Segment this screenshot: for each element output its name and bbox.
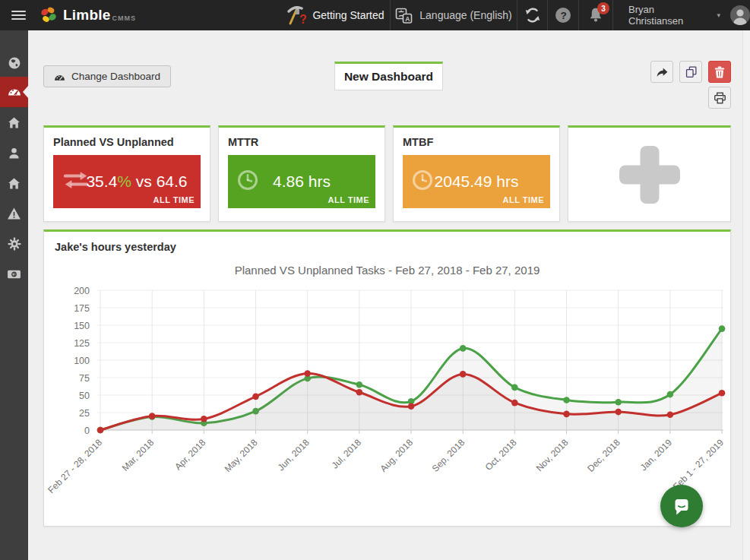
main-content: Change Dashboard New Dashboard [28, 30, 750, 560]
data-point[interactable] [201, 416, 207, 422]
kpi-card-planned-vs-unplanned: Planned VS Unplanned 35.4% vs 64.6 ALL T… [43, 125, 210, 222]
data-point[interactable] [667, 411, 674, 418]
kpi-box-planned[interactable]: 35.4% vs 64.6 ALL TIME [53, 155, 201, 208]
vertical-scrollbar[interactable] [742, 30, 750, 560]
hamburger-icon [11, 8, 26, 22]
svg-text:A: A [405, 14, 410, 22]
data-point[interactable] [719, 390, 726, 397]
data-point[interactable] [252, 394, 259, 400]
kpi-badge: ALL TIME [153, 195, 195, 204]
chevron-down-icon: ▾ [717, 11, 721, 19]
building-home-icon [8, 177, 21, 190]
data-point[interactable] [97, 427, 104, 434]
dashboard-gauge-icon [7, 84, 22, 100]
chart-widget-card: Jake's hours yesterday Planned VS Unplan… [43, 229, 731, 527]
y-axis-tick-label: 125 [74, 338, 90, 349]
y-axis-tick-label: 50 [79, 391, 90, 401]
home-icon [8, 116, 21, 129]
chart-title: Planned VS Unplanned Tasks - Feb 27, 201… [44, 264, 730, 277]
data-point[interactable] [149, 413, 156, 419]
data-point[interactable] [719, 325, 726, 332]
y-axis-tick-label: 200 [74, 286, 90, 296]
svg-text:?: ? [561, 10, 567, 21]
language-icon: A [395, 7, 413, 24]
data-point[interactable] [408, 403, 415, 410]
data-point[interactable] [667, 391, 674, 398]
data-point[interactable] [304, 370, 311, 377]
x-axis-tick-label: Aug, 2018 [378, 437, 416, 474]
kpi-box-mtbf[interactable]: 2045.49 hrs ALL TIME [403, 155, 550, 208]
sidebar-item-problems[interactable] [0, 198, 28, 229]
kpi-title: MTBF [403, 136, 550, 148]
x-axis-tick-label: Feb 1 - 27, 2019 [671, 437, 726, 492]
dashboard-title-tab[interactable]: New Dashboard [334, 62, 443, 90]
language-label: Language (English) [419, 9, 511, 21]
x-axis-tick-label: Jul, 2018 [330, 437, 364, 471]
user-name: Bryan Christiansen [628, 4, 712, 27]
brand-logo[interactable]: Limble CMMS [40, 0, 136, 30]
language-button[interactable]: A Language (English) [390, 0, 517, 30]
limble-logo-icon [40, 6, 58, 24]
data-point[interactable] [356, 381, 363, 388]
data-point[interactable] [563, 397, 570, 403]
sidebar-item-user[interactable] [0, 138, 28, 168]
data-point[interactable] [511, 400, 518, 407]
x-axis-tick-label: Jun, 2018 [276, 437, 312, 473]
add-widget-card[interactable] [568, 125, 731, 222]
data-point[interactable] [615, 399, 622, 406]
line-chart-canvas[interactable]: 0255075100125150175200Feb 27 - 28, 2018M… [44, 283, 732, 527]
chart-widget-header: Jake's hours yesterday [55, 241, 176, 253]
share-dashboard-button[interactable] [650, 61, 673, 83]
notification-badge: 3 [597, 2, 609, 14]
x-axis-tick-label: Nov, 2018 [534, 437, 571, 473]
y-axis-tick-label: 100 [74, 356, 90, 366]
x-axis-tick-label: Jan, 2019 [638, 437, 674, 473]
menu-button[interactable] [5, 0, 32, 30]
data-point[interactable] [615, 409, 622, 416]
help-button[interactable]: ? [548, 0, 579, 30]
brand-name: Limble [63, 7, 110, 24]
refresh-button[interactable] [517, 0, 548, 30]
y-axis-tick-label: 175 [74, 303, 90, 314]
getting-started-button[interactable]: ? Getting Started [281, 0, 390, 30]
warning-icon [7, 207, 21, 220]
print-icon [714, 92, 726, 104]
duplicate-dashboard-button[interactable] [679, 61, 702, 83]
user-icon [8, 147, 21, 160]
data-point[interactable] [460, 345, 467, 352]
sidebar-item-dashboards[interactable] [0, 77, 28, 107]
kpi-box-mttr[interactable]: 4.86 hrs ALL TIME [228, 155, 375, 208]
print-dashboard-button[interactable] [708, 87, 731, 109]
notifications-button[interactable]: 3 [579, 0, 613, 30]
chat-launcher-button[interactable] [660, 485, 703, 527]
data-point[interactable] [511, 384, 518, 391]
x-axis-tick-label: Dec, 2018 [585, 437, 622, 474]
delete-dashboard-button[interactable] [708, 61, 731, 83]
sidebar-item-home[interactable] [0, 107, 28, 138]
sidebar-item-settings[interactable] [0, 229, 28, 259]
dashboard-gauge-icon [54, 71, 65, 81]
globe-icon [8, 56, 21, 70]
data-point[interactable] [460, 371, 467, 378]
kpi-badge: ALL TIME [502, 195, 544, 204]
kpi-title: MTTR [228, 136, 375, 148]
y-axis-tick-label: 150 [74, 321, 90, 331]
sidebar-item-building[interactable] [0, 168, 28, 198]
user-menu[interactable]: Bryan Christiansen ▾ [613, 0, 750, 30]
sidebar-item-globe[interactable] [0, 48, 28, 78]
getting-started-label: Getting Started [312, 9, 384, 21]
kpi-card-mtbf: MTBF 2045.49 hrs ALL TIME [393, 125, 560, 222]
change-dashboard-button[interactable]: Change Dashboard [43, 65, 171, 87]
avatar[interactable] [730, 5, 750, 25]
chart-axes: 0255075100125150175200Feb 27 - 28, 2018M… [46, 286, 726, 496]
sidebar-item-purchasing[interactable]: $ [0, 259, 28, 289]
topbar: Limble CMMS ? Getting Started A Language… [0, 0, 750, 30]
data-point[interactable] [563, 411, 570, 418]
sidebar: $ [0, 30, 28, 560]
svg-text:$: $ [13, 271, 16, 277]
x-axis-tick-label: Oct, 2018 [483, 437, 519, 473]
data-point[interactable] [356, 389, 363, 396]
kpi-card-mttr: MTTR 4.86 hrs ALL TIME [218, 125, 385, 222]
avatar-icon [730, 5, 750, 25]
y-axis-tick-label: 75 [79, 373, 90, 384]
